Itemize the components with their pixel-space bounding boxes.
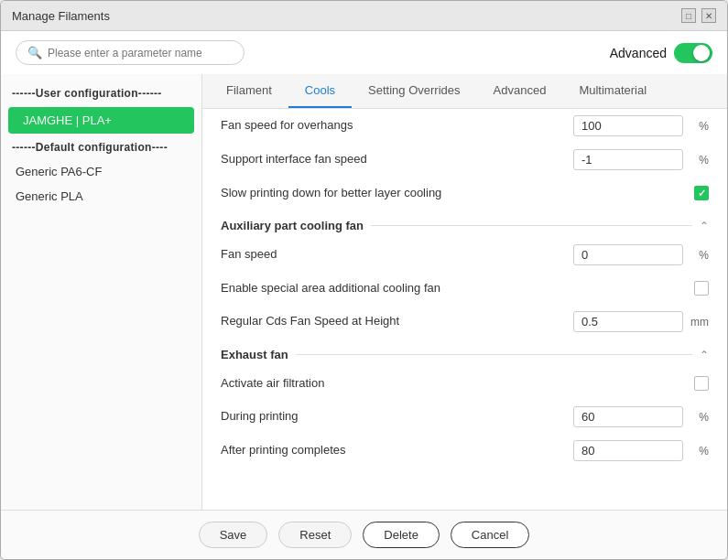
search-box[interactable]: 🔍 xyxy=(16,40,244,65)
aux-fan-speed-unit: % xyxy=(687,249,709,262)
advanced-label: Advanced xyxy=(610,46,667,60)
tab-cools[interactable]: Cools xyxy=(288,74,352,108)
slow-printing-value-group xyxy=(694,186,709,200)
window-controls: □ ✕ xyxy=(681,8,716,23)
during-printing-input[interactable] xyxy=(573,406,683,427)
during-printing-value-group: % xyxy=(573,406,709,427)
activate-air-checkbox[interactable] xyxy=(694,376,709,391)
support-interface-label: Support interface fan speed xyxy=(221,151,573,167)
aux-fan-speed-row: Fan speed % xyxy=(202,238,727,272)
user-config-header: ------User configuration------ xyxy=(1,81,201,105)
activate-air-value-group xyxy=(694,376,709,391)
aux-fan-speed-value-group: % xyxy=(573,244,709,265)
search-icon: 🔍 xyxy=(27,46,42,59)
fan-speed-overhangs-row: Fan speed for overhangs % xyxy=(202,109,727,143)
titlebar: Manage Filaments □ ✕ xyxy=(1,1,727,31)
during-printing-label: During printing xyxy=(221,408,573,425)
save-button[interactable]: Save xyxy=(199,522,268,548)
sidebar: ------User configuration------ JAMGHE | … xyxy=(1,74,202,510)
search-bar-row: 🔍 Advanced xyxy=(1,31,727,74)
after-printing-label: After printing completes xyxy=(221,442,573,458)
main-window: Manage Filaments □ ✕ 🔍 Advanced ------Us… xyxy=(0,0,728,560)
auxiliary-section-divider: Auxiliary part cooling fan ⌃ xyxy=(202,210,727,238)
reset-button[interactable]: Reset xyxy=(278,522,352,548)
bottom-bar: Save Reset Delete Cancel xyxy=(1,510,727,559)
activate-air-row: Activate air filtration xyxy=(202,367,727,400)
toggle-knob xyxy=(693,45,710,61)
tab-advanced[interactable]: Advanced xyxy=(477,74,563,108)
exhaust-section-divider: Exhaust fan ⌃ xyxy=(202,339,727,367)
slow-printing-row: Slow printing down for better layer cool… xyxy=(202,177,727,210)
support-interface-value-group: % xyxy=(573,149,709,170)
auxiliary-section-title: Auxiliary part cooling fan xyxy=(221,219,364,232)
tab-filament[interactable]: Filament xyxy=(210,74,288,108)
regular-cds-input[interactable] xyxy=(573,311,683,332)
auxiliary-divider-line xyxy=(371,225,692,226)
during-printing-row: During printing % xyxy=(202,400,727,434)
advanced-toggle-switch[interactable] xyxy=(674,43,712,63)
exhaust-chevron-icon[interactable]: ⌃ xyxy=(700,349,709,361)
content-area: Filament Cools Setting Overrides Advance… xyxy=(202,74,727,510)
enable-special-checkbox[interactable] xyxy=(694,281,709,296)
aux-fan-speed-input[interactable] xyxy=(573,244,683,265)
window-title: Manage Filaments xyxy=(12,9,110,23)
regular-cds-unit: mm xyxy=(687,316,709,328)
after-printing-input[interactable] xyxy=(573,440,683,461)
main-content: ------User configuration------ JAMGHE | … xyxy=(1,74,727,510)
sidebar-item-active[interactable]: JAMGHE | PLA+ xyxy=(8,107,194,134)
search-input[interactable] xyxy=(48,47,212,59)
support-interface-row: Support interface fan speed % xyxy=(202,143,727,177)
enable-special-row: Enable special area additional cooling f… xyxy=(202,272,727,305)
support-interface-unit: % xyxy=(687,154,709,167)
after-printing-row: After printing completes % xyxy=(202,434,727,468)
aux-fan-speed-label: Fan speed xyxy=(221,246,573,263)
after-printing-value-group: % xyxy=(573,440,709,461)
tab-setting-overrides[interactable]: Setting Overrides xyxy=(352,74,476,108)
close-button[interactable]: ✕ xyxy=(701,8,716,23)
fan-speed-overhangs-unit: % xyxy=(687,120,709,133)
exhaust-divider-line xyxy=(296,354,692,355)
advanced-toggle-area: Advanced xyxy=(610,43,712,63)
exhaust-section-title: Exhaust fan xyxy=(221,348,288,361)
default-config-header: ------Default configuration---- xyxy=(1,135,201,159)
regular-cds-row: Regular Cds Fan Speed at Height mm xyxy=(202,305,727,339)
sidebar-item-pa6cf[interactable]: Generic PA6-CF xyxy=(1,159,201,184)
minimize-button[interactable]: □ xyxy=(681,8,696,23)
during-printing-unit: % xyxy=(687,411,709,424)
enable-special-value-group xyxy=(694,281,709,296)
support-interface-input[interactable] xyxy=(573,149,683,170)
enable-special-label: Enable special area additional cooling f… xyxy=(221,280,694,296)
delete-button[interactable]: Delete xyxy=(363,522,440,548)
regular-cds-label: Regular Cds Fan Speed at Height xyxy=(221,313,573,329)
fan-speed-overhangs-label: Fan speed for overhangs xyxy=(221,117,573,134)
regular-cds-value-group: mm xyxy=(573,311,709,332)
fan-speed-overhangs-value-group: % xyxy=(573,115,709,136)
after-printing-unit: % xyxy=(687,445,709,458)
cancel-button[interactable]: Cancel xyxy=(451,522,529,548)
tab-multimaterial[interactable]: Multimaterial xyxy=(562,74,663,108)
sidebar-item-pla[interactable]: Generic PLA xyxy=(1,184,201,209)
settings-panel: Fan speed for overhangs % Support interf… xyxy=(202,109,727,510)
tabs-row: Filament Cools Setting Overrides Advance… xyxy=(202,74,727,109)
slow-printing-checkbox[interactable] xyxy=(694,186,709,200)
fan-speed-overhangs-input[interactable] xyxy=(573,115,683,136)
auxiliary-chevron-icon[interactable]: ⌃ xyxy=(700,220,709,232)
slow-printing-label: Slow printing down for better layer cool… xyxy=(221,185,694,201)
activate-air-label: Activate air filtration xyxy=(221,375,694,392)
